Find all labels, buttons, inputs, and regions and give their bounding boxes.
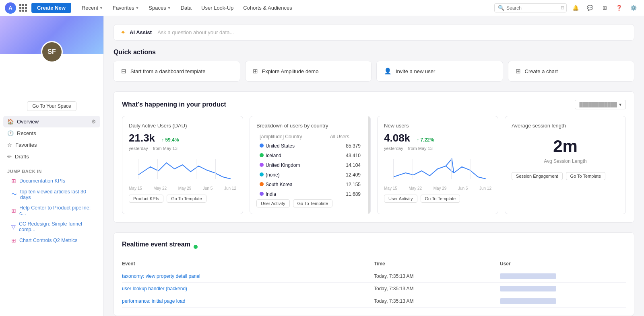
- user-value: [500, 298, 556, 304]
- recent-item-4[interactable]: ⊞ Chart Controls Q2 Metrics: [7, 235, 96, 246]
- grid-icon-2: ⊞: [11, 207, 16, 214]
- new-users-change: ↑ 7.22%: [417, 137, 434, 143]
- product-kpis-button[interactable]: Product KPIs: [129, 195, 163, 203]
- country-row: United Kingdom 14,104: [257, 161, 363, 170]
- table-row: taxonomy: view property detail panel Tod…: [122, 270, 626, 283]
- sidebar-item-favorites[interactable]: ☆ Favorites: [3, 139, 100, 151]
- table-row: user lookup handler (backend) Today, 7:3…: [122, 283, 626, 295]
- main-content: ✦ AI Assist Ask a question about your da…: [104, 16, 644, 316]
- search-container[interactable]: 🔍 ⊟: [494, 3, 567, 12]
- dau-axis-0: May 15: [129, 186, 142, 191]
- event-time: Today, 7:35:13 AM: [374, 298, 500, 304]
- scrollbar[interactable]: [368, 116, 370, 214]
- nu-axis-0: May 15: [384, 186, 397, 191]
- user-activity-button-1[interactable]: User Activity: [256, 199, 290, 207]
- nav-recent[interactable]: Recent ▼: [78, 3, 107, 13]
- country-actions: User Activity Go To Template: [256, 199, 364, 207]
- new-users-sublabel: yesterday: [384, 146, 403, 151]
- whats-happening-header: What's happening in your product ███████…: [122, 100, 626, 109]
- top-navigation: A Create New Recent ▼ Favorites ▼ Spaces…: [0, 0, 644, 16]
- qa-create-chart[interactable]: ⊞ Create a chart: [508, 61, 635, 82]
- dau-axis-1: May 22: [153, 186, 167, 191]
- funnel-icon: ▽: [11, 224, 16, 230]
- new-users-chart: [384, 155, 491, 183]
- notifications-button[interactable]: 🔔: [570, 2, 581, 14]
- dau-goto-template-button[interactable]: Go To Template: [167, 195, 206, 203]
- event-col-header: Event: [122, 261, 374, 267]
- dau-axis-2: May 29: [178, 186, 192, 191]
- qa-dashboard-template[interactable]: ⊟ Start from a dashboard template: [114, 61, 240, 82]
- recent-item-2[interactable]: ⊞ Help Center to Product pipeline: c...: [7, 203, 96, 219]
- quick-actions-grid: ⊟ Start from a dashboard template ⊞ Expl…: [114, 61, 634, 82]
- event-link[interactable]: taxonomy: view property detail panel: [122, 273, 374, 279]
- nav-cohorts[interactable]: Cohorts & Audiences: [239, 3, 296, 13]
- search-icon: 🔍: [498, 5, 504, 11]
- messages-button[interactable]: 💬: [584, 2, 596, 14]
- grid-icon[interactable]: [19, 4, 27, 12]
- sidebar-item-recents[interactable]: 🕐 Recents: [3, 127, 100, 139]
- dau-change-label: from May 13: [153, 146, 178, 151]
- session-engagement-button[interactable]: Session Engagement: [512, 172, 563, 180]
- metric-card-session: Average session length 2m Avg Session Le…: [505, 116, 626, 214]
- nav-favorites[interactable]: Favorites ▼: [109, 3, 143, 13]
- profile-section: SF: [0, 16, 103, 80]
- new-users-actions: User Activity Go To Template: [384, 195, 491, 203]
- event-time: Today, 7:35:13 AM: [374, 286, 500, 291]
- sidebar: SF Go To Your Space 🏠 Overview ⚙ 🕐 Recen…: [0, 16, 104, 316]
- qa-explore-demo[interactable]: ⊞ Explore Amplitude demo: [245, 61, 372, 82]
- event-time: Today, 7:35:13 AM: [374, 273, 500, 279]
- goto-space-button[interactable]: Go To Your Space: [27, 101, 76, 111]
- recent-item-3[interactable]: ▽ CC Redesign: Simple funnel comp...: [7, 219, 96, 235]
- goto-space-container: Go To Your Space: [0, 80, 103, 114]
- create-chart-icon: ⊞: [516, 68, 521, 75]
- recent-item-1[interactable]: 〜 top ten viewed articles last 30 days: [7, 187, 96, 203]
- country-label: Breakdown of users by country: [256, 123, 364, 129]
- dau-change: ↑ 59.4%: [161, 137, 179, 143]
- invite-icon: 👤: [384, 68, 392, 75]
- settings-button[interactable]: ⚙️: [628, 2, 639, 14]
- gear-icon[interactable]: ⚙: [91, 119, 96, 125]
- ai-assist-bar[interactable]: ✦ AI Assist Ask a question about your da…: [114, 24, 634, 41]
- event-link[interactable]: user lookup handler (backend): [122, 286, 374, 291]
- qa-invite-user[interactable]: 👤 Invite a new user: [376, 61, 503, 82]
- realtime-table-body: taxonomy: view property detail panel Tod…: [122, 270, 626, 308]
- nav-data[interactable]: Data: [177, 3, 196, 13]
- country-row: Iceland 43,410: [257, 151, 363, 160]
- metric-card-country: Breakdown of users by country [Amplitude…: [250, 116, 371, 214]
- user-activity-button-2[interactable]: User Activity: [384, 195, 417, 203]
- recent-item-0[interactable]: ⊞ Documentation KPIs: [7, 175, 96, 187]
- grid-icon-3: ⊞: [11, 237, 16, 244]
- nu-axis-1: May 22: [409, 186, 422, 191]
- session-value: 2m: [512, 137, 619, 156]
- clock-icon: 🕐: [7, 130, 14, 136]
- nav-spaces[interactable]: Spaces ▼: [144, 3, 175, 13]
- create-new-button[interactable]: Create New: [31, 3, 71, 13]
- sidebar-item-overview[interactable]: 🏠 Overview ⚙: [3, 116, 100, 127]
- search-input[interactable]: [506, 5, 559, 11]
- table-row: performance: initial page load Today, 7:…: [122, 295, 626, 308]
- dau-label: Daily Active Users (DAU): [129, 123, 236, 129]
- nav-user-lookup[interactable]: User Look-Up: [197, 3, 237, 13]
- nu-axis-3: Jun 5: [458, 186, 468, 191]
- time-col-header: Time: [374, 261, 500, 267]
- country-row: India 11,689: [257, 190, 363, 199]
- main-navigation: Recent ▼ Favorites ▼ Spaces ▼ Data User …: [78, 3, 494, 13]
- dau-value: 21.3k: [129, 132, 155, 144]
- dau-axis-3: Jun 5: [203, 186, 213, 191]
- session-goto-template-button[interactable]: Go To Template: [566, 172, 606, 180]
- app-logo: A: [5, 2, 16, 14]
- new-users-value: 4.08k: [384, 132, 410, 144]
- session-label: Average session length: [512, 123, 619, 129]
- new-users-goto-template-button[interactable]: Go To Template: [421, 195, 460, 203]
- date-range-dropdown[interactable]: ████████████ ▾: [575, 100, 626, 109]
- country-row: (none) 12,409: [257, 170, 363, 179]
- grid-icon: ⊞: [11, 178, 16, 184]
- demo-icon: ⊞: [253, 68, 258, 75]
- sidebar-item-drafts[interactable]: ✏ Drafts: [3, 151, 100, 162]
- filter-icon[interactable]: ⊟: [561, 5, 564, 10]
- ai-assist-placeholder: Ask a question about your data...: [157, 29, 234, 35]
- layout-button[interactable]: ⊞: [599, 2, 610, 14]
- help-button[interactable]: ❓: [613, 2, 625, 14]
- event-link[interactable]: performance: initial page load: [122, 298, 374, 304]
- country-goto-template-button[interactable]: Go To Template: [293, 199, 333, 207]
